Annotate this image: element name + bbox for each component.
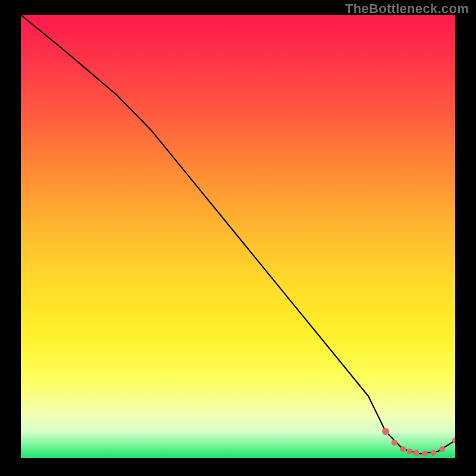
marker-group	[382, 428, 455, 456]
marker-point	[406, 449, 412, 455]
marker-point	[400, 446, 406, 452]
marker-point	[431, 450, 437, 456]
marker-point	[392, 440, 397, 446]
chart-container: TheBottleneck.com	[0, 0, 476, 476]
main-curve-line	[21, 15, 455, 454]
marker-point	[439, 446, 445, 452]
chart-overlay-svg	[21, 15, 455, 458]
watermark-text: TheBottleneck.com	[345, 1, 469, 17]
plot-area	[21, 15, 455, 458]
marker-point	[382, 428, 389, 435]
marker-point	[422, 451, 428, 457]
marker-point	[413, 450, 419, 456]
